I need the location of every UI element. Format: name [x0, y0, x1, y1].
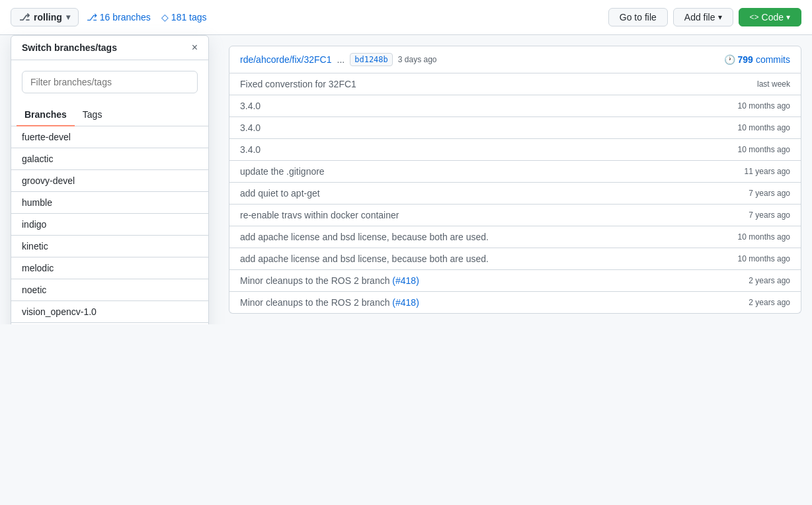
branch-list-item[interactable]: vision_opencv-1.2	[11, 323, 208, 324]
table-row: re-enable travs within docker container7…	[229, 205, 801, 226]
code-button[interactable]: <> Code ▾	[739, 8, 801, 26]
branch-name-label: rolling	[34, 12, 62, 23]
add-file-button[interactable]: Add file ▾	[673, 8, 733, 26]
dropdown-title: Switch branches/tags	[22, 42, 117, 53]
close-dropdown-button[interactable]: ×	[192, 42, 198, 53]
clock-icon: 🕐	[724, 54, 735, 65]
file-time: 7 years ago	[711, 189, 790, 198]
file-time: 7 years ago	[711, 210, 790, 220]
branch-list: fuerte-develgalacticgroovy-develhumblein…	[11, 126, 208, 324]
commit-message: add apache license and bsd license, beca…	[240, 253, 703, 264]
branch-list-item[interactable]: humble	[11, 192, 208, 214]
file-time: 2 years ago	[711, 276, 790, 285]
commit-bar: rde/ahcorde/fix/32FC1 ... bd1248b 3 days…	[229, 46, 801, 73]
commit-message: update the .gitignore	[240, 166, 703, 177]
filter-container	[11, 60, 208, 104]
top-actions: Go to file Add file ▾ <> Code ▾	[608, 8, 801, 26]
add-file-label: Add file	[684, 12, 715, 23]
file-time: last week	[711, 79, 790, 89]
table-row: 3.4.010 months ago	[229, 139, 801, 161]
table-row: add apache license and bsd license, beca…	[229, 226, 801, 248]
main-content: Switch branches/tags × Branches Tags fue…	[0, 35, 812, 324]
branch-list-item[interactable]: galactic	[11, 148, 208, 170]
branch-dropdown-panel: Switch branches/tags × Branches Tags fue…	[11, 35, 209, 324]
filter-input[interactable]	[22, 71, 198, 93]
code-angle-icon: <>	[750, 13, 759, 22]
tab-branches[interactable]: Branches	[17, 104, 75, 126]
commits-label: commits	[756, 54, 790, 65]
branch-chevron-icon: ▾	[66, 13, 70, 22]
file-time: 10 months ago	[711, 101, 790, 111]
branches-fork-icon: ⎇	[87, 12, 97, 23]
branch-list-item[interactable]: melodic	[11, 257, 208, 279]
commit-message: Fixed converstion for 32FC1	[240, 79, 703, 89]
table-row: update the .gitignore11 years ago	[229, 161, 801, 183]
file-time: 10 months ago	[711, 232, 790, 242]
commit-time: 3 days ago	[398, 55, 437, 64]
file-time: 10 months ago	[711, 254, 790, 263]
commits-number: 799	[738, 54, 753, 65]
commit-message: Minor cleanups to the ROS 2 branch (#418…	[240, 297, 703, 308]
branch-list-item[interactable]: groovy-devel	[11, 170, 208, 192]
commit-message: add quiet to apt-get	[240, 188, 703, 199]
commits-count[interactable]: 🕐 799 commits	[724, 54, 790, 65]
go-to-file-label: Go to file	[620, 12, 657, 23]
code-chevron-icon: ▾	[786, 13, 790, 22]
branches-count-label: 16 branches	[100, 12, 151, 23]
table-row: Minor cleanups to the ROS 2 branch (#418…	[229, 292, 801, 313]
table-row: Fixed converstion for 32FC1last week	[229, 73, 801, 95]
dropdown-header: Switch branches/tags ×	[11, 36, 208, 60]
tab-tags[interactable]: Tags	[75, 104, 110, 126]
branch-list-item[interactable]: fuerte-devel	[11, 126, 208, 148]
tags-count-label: 181 tags	[171, 12, 207, 23]
commit-message: add apache license and bsd license, beca…	[240, 232, 703, 242]
branch-list-item[interactable]: kinetic	[11, 236, 208, 257]
table-row: add apache license and bsd license, beca…	[229, 248, 801, 270]
branches-link[interactable]: ⎇ 16 branches	[87, 12, 151, 23]
file-time: 11 years ago	[711, 167, 790, 176]
branch-selector[interactable]: ⎇ rolling ▾	[11, 8, 79, 26]
commit-message: 3.4.0	[240, 144, 703, 155]
table-row: 3.4.010 months ago	[229, 117, 801, 139]
add-file-chevron-icon: ▾	[718, 13, 722, 22]
file-time: 10 months ago	[711, 123, 790, 132]
branch-fork-icon: ⎇	[19, 12, 30, 23]
table-row: add quiet to apt-get7 years ago	[229, 183, 801, 205]
branch-list-item[interactable]: vision_opencv-1.0	[11, 301, 208, 323]
commit-message: 3.4.0	[240, 122, 703, 133]
commit-message: 3.4.0	[240, 101, 703, 111]
commit-message: Minor cleanups to the ROS 2 branch (#418…	[240, 275, 703, 286]
branch-list-item[interactable]: noetic	[11, 279, 208, 301]
repo-meta-info: ⎇ 16 branches ◇ 181 tags	[87, 12, 207, 23]
file-time: 10 months ago	[711, 145, 790, 154]
commit-pr-link[interactable]: (#418)	[392, 297, 419, 308]
commit-dots: ...	[337, 54, 345, 65]
branch-list-item[interactable]: indigo	[11, 214, 208, 236]
file-table: Fixed converstion for 32FC1last week3.4.…	[229, 73, 801, 314]
tags-tag-icon: ◇	[161, 12, 169, 23]
commit-hash: bd1248b	[350, 53, 393, 66]
tags-link[interactable]: ◇ 181 tags	[161, 12, 207, 23]
code-label: Code	[762, 12, 784, 23]
table-row: Minor cleanups to the ROS 2 branch (#418…	[229, 270, 801, 292]
commit-pr-link[interactable]: (#418)	[392, 275, 419, 286]
file-time: 2 years ago	[711, 298, 790, 307]
table-row: 3.4.010 months ago	[229, 95, 801, 117]
commit-branch-link[interactable]: rde/ahcorde/fix/32FC1	[240, 54, 332, 65]
go-to-file-button[interactable]: Go to file	[608, 8, 668, 26]
commit-message: re-enable travs within docker container	[240, 210, 703, 220]
tab-bar: Branches Tags	[11, 104, 208, 126]
top-bar: ⎇ rolling ▾ ⎇ 16 branches ◇ 181 tags Go …	[0, 0, 812, 35]
